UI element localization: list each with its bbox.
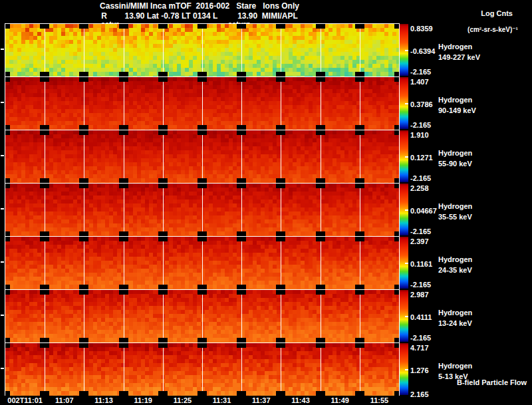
panel-90-149-kev (5, 76, 400, 130)
panel-55-90-kev (5, 130, 400, 183)
colorbar-min-label: 2.165 (410, 390, 429, 398)
colorbar-mid-tick (405, 369, 408, 370)
panel-24-35-kev (5, 236, 400, 289)
colorbar-mid-label: 0.1271 (410, 154, 433, 162)
colorbar-mid-label: 1.276 (410, 366, 429, 374)
colorbar-max-label: 2.987 (410, 291, 429, 299)
colorbar-mid-tick (405, 103, 408, 104)
x-axis-label: 11:25 (174, 396, 192, 404)
colorbar-min-label: -2.165 (410, 121, 431, 129)
panel-heatmap-canvas (5, 343, 399, 396)
panel-left-mid-tick (1, 155, 4, 156)
panel-left-mid-tick (1, 102, 4, 103)
panel-energy-label: 149-227 keV (438, 53, 480, 61)
colorbar-max-label: 1.910 (410, 131, 429, 139)
panel-35-55-kev (5, 183, 400, 236)
panel-energy-label: 35-55 keV (438, 213, 472, 221)
panel-energy-label: 5-13 keV (438, 372, 468, 380)
colorbar-max-label: 2.258 (410, 184, 429, 192)
colorbar-min-label: -2.165 (410, 281, 431, 289)
colorbar-max-label: 0.8359 (410, 25, 433, 33)
panel-heatmap-canvas (5, 77, 399, 130)
colorbar-mid-label: 0.04667 (410, 207, 437, 215)
panel-heatmap-canvas (5, 237, 399, 289)
panel-heatmap-canvas (5, 184, 399, 236)
figure-subtitle: R 13.90 Lat -0.78 LT 0134 L 13.90 MIMI/A… (0, 12, 399, 21)
x-axis-label: 11:49 (331, 396, 349, 404)
colorbar-mid-label: -0.6394 (410, 47, 435, 55)
panel-colorbar (400, 77, 408, 129)
panel-energy-label: 90-149 keV (438, 106, 476, 114)
panel-heatmap-canvas (5, 24, 399, 76)
colorbar-min-label: -2.165 (410, 227, 431, 235)
panel-species-label: Hydrogen (438, 96, 472, 104)
colorbar-mid-tick (405, 156, 408, 158)
panel-left-mid-tick (1, 261, 4, 263)
colorbar-min-label: -2.165 (410, 68, 431, 76)
panel-colorbar (400, 290, 408, 342)
colorbar-mid-tick (405, 263, 408, 264)
panel-left-mid-tick (1, 315, 4, 316)
x-axis-label: 11:37 (252, 396, 271, 404)
panel-energy-label: 55-90 keV (438, 160, 472, 168)
colorbar-mid-tick (405, 316, 408, 317)
colorbar-max-label: 2.397 (410, 237, 429, 245)
panel-colorbar (400, 343, 408, 395)
page-title: Cassini/MIMI Inca mTOF 2016-002 Stare Io… (0, 2, 399, 11)
panel-heatmap-canvas (5, 130, 399, 183)
panel-colorbar (400, 184, 408, 235)
colorbar-mid-tick (405, 209, 408, 211)
x-axis-label: 11:19 (134, 396, 152, 404)
colorbar-min-label: -2.165 (410, 174, 431, 182)
colorbar-max-label: 1.407 (410, 78, 429, 86)
colorbar-min-label: -2.165 (410, 334, 431, 342)
panel-left-mid-tick (1, 208, 4, 209)
spectrogram-figure: Cassini/MIMI Inca mTOF 2016-002 Stare Io… (0, 0, 532, 405)
panel-colorbar (400, 237, 408, 289)
colorbar-legend-unit: (cm²-sr-s-keV)⁻¹ (456, 27, 529, 34)
x-axis-label: 11:55 (370, 396, 389, 404)
panel-energy-label: 13-24 keV (438, 319, 472, 327)
panel-species-label: Hydrogen (438, 362, 472, 370)
panel-colorbar (400, 24, 408, 76)
colorbar-legend: Log Cnts (cm²-sr-s-keV)⁻¹ (456, 2, 529, 49)
panel-left-mid-tick (1, 368, 4, 369)
panel-left-mid-tick (1, 49, 4, 50)
colorbar-mid-label: 0.1161 (410, 260, 432, 268)
panel-species-label: Hydrogen (438, 149, 472, 157)
panel-149-227-kev (5, 23, 400, 76)
colorbar-mid-label: 0.4111 (410, 313, 432, 321)
colorbar-mid-tick (405, 50, 408, 51)
panel-5-13-kev (5, 342, 400, 396)
panel-heatmap-canvas (5, 290, 399, 342)
colorbar-max-label: 4.717 (410, 344, 429, 352)
x-axis-label: 11:07 (55, 396, 74, 404)
panel-energy-label: 24-35 keV (438, 266, 472, 274)
x-axis-label: 002T11:01 (7, 396, 43, 404)
panel-species-label: Hydrogen (438, 255, 472, 263)
colorbar-mid-label: 0.3786 (410, 100, 433, 108)
x-axis-label: 11:13 (94, 396, 113, 404)
x-axis-label: 11:43 (291, 396, 310, 404)
panel-species-label: Hydrogen (438, 309, 472, 317)
panel-species-label: Hydrogen (438, 43, 472, 51)
panel-13-24-kev (5, 289, 400, 342)
panel-colorbar (400, 130, 408, 182)
colorbar-legend-title: Log Cnts (481, 9, 513, 17)
x-axis-label: 11:31 (213, 396, 231, 404)
panel-species-label: Hydrogen (438, 202, 472, 210)
